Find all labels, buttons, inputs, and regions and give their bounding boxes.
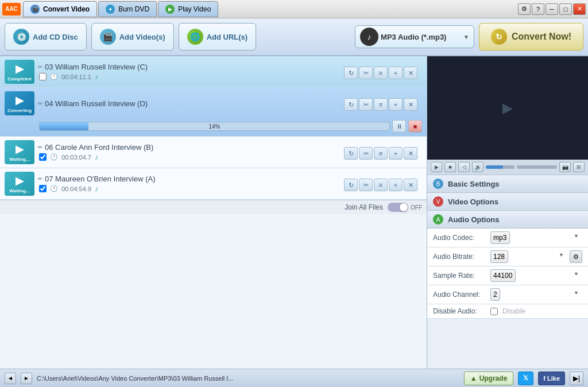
- audio-bitrate-label: Audio Bitrate:: [433, 253, 490, 261]
- audio-bitrate-select[interactable]: 64 128 192 256 320: [490, 250, 508, 263]
- format-selector[interactable]: ♪ MP3 Audio (*.mp3) ▼: [355, 25, 474, 48]
- burn-dvd-icon: ●: [106, 5, 115, 14]
- remove-button[interactable]: ✕: [404, 179, 417, 191]
- file-checkbox[interactable]: [39, 73, 47, 80]
- convert-video-icon: 🎬: [30, 5, 40, 14]
- file-info: ✏ 06 Carole Ann Ford Interview (B) 🕐 00:…: [38, 143, 339, 161]
- file-item: ▶ Waiting... ✏ 07 Maureen O'Brien Interv…: [0, 168, 427, 200]
- file-actions: ↻ ✂ ≡ + ✕: [344, 56, 427, 87]
- audio-codec-row: Audio Codec: mp3 aac ogg flac: [427, 229, 588, 247]
- refresh-button[interactable]: ↻: [344, 67, 358, 79]
- cd-icon: 💿: [13, 29, 29, 45]
- disable-audio-checkbox[interactable]: [490, 308, 498, 315]
- volume-button[interactable]: 🔊: [472, 162, 483, 172]
- refresh-button[interactable]: ↻: [344, 147, 358, 160]
- add-url-button[interactable]: 🌐 Add URL(s): [179, 23, 257, 51]
- next-button[interactable]: ▶|: [570, 371, 583, 385]
- video-options-title: Video Options: [448, 198, 498, 206]
- settings-button[interactable]: ≡: [374, 98, 388, 111]
- file-info: ✏ 07 Maureen O'Brien Interview (A) 🕐 00:…: [38, 175, 339, 193]
- basic-icon: B: [433, 179, 443, 189]
- edit-icon[interactable]: ✏: [38, 176, 42, 182]
- file-info: ✏ 04 William Russell Inteview (D): [38, 99, 339, 108]
- basic-settings-header[interactable]: B Basic Settings: [427, 175, 588, 193]
- add-button[interactable]: +: [389, 147, 403, 160]
- cut-button[interactable]: ✂: [359, 98, 373, 111]
- settings-button[interactable]: ⚙: [518, 3, 531, 15]
- playback-progress[interactable]: [517, 165, 557, 169]
- convert-icon: ↻: [491, 29, 507, 45]
- add-button[interactable]: +: [389, 179, 403, 191]
- maximize-button[interactable]: □: [559, 3, 572, 15]
- settings-button[interactable]: ≡: [374, 147, 388, 160]
- audio-codec-select[interactable]: mp3 aac ogg flac: [490, 231, 510, 244]
- edit-icon[interactable]: ✏: [38, 64, 42, 70]
- audio-icon: A: [433, 214, 443, 225]
- video-icon: V: [433, 196, 443, 207]
- stop-button[interactable]: ■: [444, 162, 456, 172]
- edit-icon[interactable]: ✏: [38, 144, 42, 150]
- progress-text: 14%: [208, 122, 220, 131]
- back-button[interactable]: ◄: [5, 373, 16, 384]
- file-actions: ↻ ✂ ≡ + ✕: [344, 137, 427, 168]
- file-name: 07 Maureen O'Brien Interview (A): [45, 175, 156, 183]
- cut-button[interactable]: ✂: [359, 147, 373, 160]
- tab-play-video[interactable]: ▶ Play Video: [158, 1, 218, 17]
- audio-channel-select[interactable]: 1 2: [490, 288, 500, 301]
- refresh-button[interactable]: ↻: [344, 98, 358, 111]
- remove-button[interactable]: ✕: [404, 98, 417, 111]
- file-item: ▶ Completed ✏ 03 William Russell Intevie…: [0, 56, 427, 88]
- settings-button[interactable]: ≡: [374, 67, 388, 79]
- remove-button[interactable]: ✕: [404, 147, 417, 160]
- file-checkbox[interactable]: [39, 153, 47, 161]
- status-path: C:\Users\Ariel\Videos\Any Video Converte…: [37, 375, 459, 382]
- title-bar: AAC 🎬 Convert Video ● Burn DVD ▶ Play Vi…: [0, 0, 588, 18]
- tab-burn-dvd[interactable]: ● Burn DVD: [98, 1, 157, 17]
- join-toggle[interactable]: OFF: [388, 203, 422, 212]
- help-button[interactable]: ?: [532, 3, 544, 15]
- audio-bitrate-row: Audio Bitrate: 64 128 192 256 320 ⚙: [427, 247, 588, 266]
- toggle-track[interactable]: [388, 203, 408, 212]
- main-content: ▶ Completed ✏ 03 William Russell Intevie…: [0, 56, 588, 369]
- bitrate-settings-button[interactable]: ⚙: [570, 250, 582, 263]
- upgrade-button[interactable]: ▲ Upgrade: [464, 371, 514, 385]
- settings-button[interactable]: ≡: [374, 179, 388, 191]
- rewind-button[interactable]: ◁: [458, 162, 470, 172]
- toggle-knob: [400, 203, 408, 211]
- more-button[interactable]: ⊞: [573, 162, 585, 172]
- tab-convert-video[interactable]: 🎬 Convert Video: [23, 1, 97, 17]
- sample-rate-select[interactable]: 22050 44100 48000: [490, 269, 516, 282]
- close-button[interactable]: ✕: [573, 3, 586, 15]
- file-checkbox[interactable]: [39, 185, 47, 192]
- file-name: 03 William Russell Inteview (C): [45, 63, 148, 71]
- minimize-button[interactable]: ─: [546, 3, 558, 15]
- file-duration: 00:04:54.9: [61, 185, 91, 192]
- audio-options-header[interactable]: A Audio Options: [427, 211, 588, 229]
- file-name: 06 Carole Ann Ford Interview (B): [45, 143, 153, 152]
- twitter-button[interactable]: 𝕏: [518, 371, 533, 385]
- facebook-button[interactable]: f Like: [538, 371, 565, 385]
- forward-button[interactable]: ►: [21, 373, 32, 384]
- snapshot-button[interactable]: 📷: [559, 162, 571, 172]
- edit-icon[interactable]: ✏: [38, 100, 42, 107]
- pause-button[interactable]: ⏸: [392, 120, 406, 133]
- cut-button[interactable]: ✂: [359, 67, 373, 79]
- file-info: ✏ 03 William Russell Inteview (C) 🕐 00:0…: [38, 63, 339, 81]
- audio-channel-label: Audio Channel:: [433, 291, 490, 299]
- cut-button[interactable]: ✂: [359, 179, 373, 191]
- join-bar: Join All Files OFF: [0, 200, 427, 214]
- play-button[interactable]: ▶: [431, 162, 442, 172]
- add-video-button[interactable]: 🎬 Add Video(s): [91, 23, 174, 51]
- remove-button[interactable]: ✕: [404, 67, 417, 79]
- right-panel: ▶ ▶ ■ ◁ 🔊 📷 ⊞ B Basic Settings V: [427, 56, 588, 369]
- convert-now-button[interactable]: ↻ Convert Now!: [479, 23, 583, 51]
- stop-button[interactable]: ■: [408, 120, 422, 133]
- refresh-button[interactable]: ↻: [344, 179, 358, 191]
- file-actions: ↻ ✂ ≡ + ✕: [344, 168, 427, 199]
- volume-slider[interactable]: [486, 165, 514, 169]
- file-list: ▶ Completed ✏ 03 William Russell Intevie…: [0, 56, 427, 369]
- add-button[interactable]: +: [389, 98, 403, 111]
- add-button[interactable]: +: [389, 67, 403, 79]
- add-cd-button[interactable]: 💿 Add CD Disc: [5, 23, 87, 51]
- video-options-header[interactable]: V Video Options: [427, 193, 588, 211]
